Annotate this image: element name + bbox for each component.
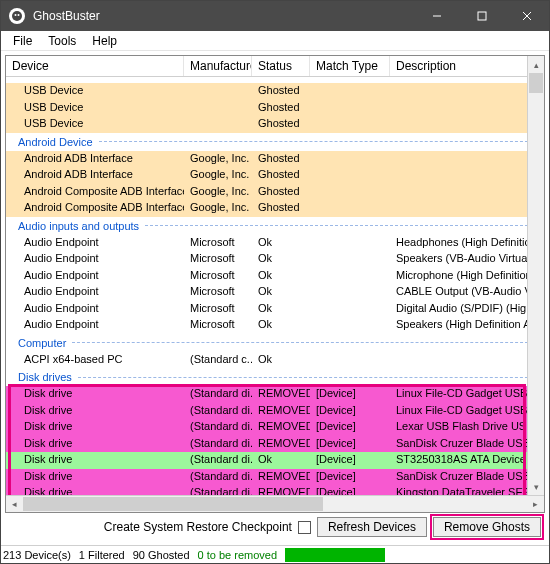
cell-desc — [390, 167, 544, 184]
cell-match — [310, 184, 390, 201]
restore-label: Create System Restore Checkpoint — [104, 520, 292, 534]
cell-status: Ok — [252, 284, 310, 301]
cell-device: ACPI x64-based PC — [6, 352, 184, 369]
cell-device: Audio Endpoint — [6, 251, 184, 268]
group-separator — [72, 342, 538, 343]
cell-match — [310, 251, 390, 268]
table-row[interactable]: ACPI x64-based PC(Standard c...Ok — [6, 352, 544, 369]
col-status[interactable]: Status — [252, 56, 310, 76]
maximize-button[interactable] — [459, 1, 504, 31]
group-label: Computer — [18, 337, 66, 349]
restore-checkbox[interactable] — [298, 521, 311, 534]
table-row[interactable]: Audio EndpointMicrosoftOkDigital Audio (… — [6, 301, 544, 318]
group-header[interactable]: Computer — [6, 334, 544, 352]
cell-match — [310, 167, 390, 184]
scroll-up-arrow[interactable]: ▴ — [528, 56, 544, 73]
hscroll-thumb[interactable] — [23, 497, 323, 511]
app-title: GhostBuster — [33, 9, 100, 23]
cell-mfr: (Standard c... — [184, 352, 252, 369]
refresh-button[interactable]: Refresh Devices — [317, 517, 427, 537]
group-header[interactable]: Android Device — [6, 133, 544, 151]
table-row[interactable]: Android ADB InterfaceGoogle, Inc.Ghosted — [6, 151, 544, 168]
cell-mfr: (Standard di... — [184, 436, 252, 453]
cell-status: Ghosted — [252, 167, 310, 184]
svg-point-1 — [15, 14, 17, 16]
table-row[interactable]: Audio EndpointMicrosoftOkHeadphones (Hig… — [6, 235, 544, 252]
minimize-button[interactable] — [414, 1, 459, 31]
column-headers: Device Manufacturer Status Match Type De… — [6, 56, 544, 77]
table-row[interactable]: Android Composite ADB InterfaceGoogle, I… — [6, 184, 544, 201]
table-row[interactable]: Disk drive(Standard di...REMOVED[Device]… — [6, 403, 544, 420]
cell-desc — [390, 184, 544, 201]
cell-status: Ok — [252, 301, 310, 318]
cell-match: [Device] — [310, 386, 390, 403]
content-area: Device Manufacturer Status Match Type De… — [1, 51, 549, 545]
menu-help[interactable]: Help — [84, 32, 125, 50]
cell-match — [310, 100, 390, 117]
cell-desc: Digital Audio (S/PDIF) (High Defi — [390, 301, 544, 318]
cell-desc — [390, 116, 544, 133]
table-row[interactable]: Disk drive(Standard di...REMOVED[Device]… — [6, 469, 544, 486]
menu-file[interactable]: File — [5, 32, 40, 50]
scroll-down-arrow[interactable]: ▾ — [528, 478, 544, 495]
cell-status: REMOVED — [252, 403, 310, 420]
table-row[interactable]: Disk drive(Standard di...REMOVED[Device]… — [6, 419, 544, 436]
cell-mfr — [184, 100, 252, 117]
group-separator — [78, 377, 538, 378]
scroll-right-arrow[interactable]: ▸ — [527, 496, 544, 512]
col-manufacturer[interactable]: Manufacturer — [184, 56, 252, 76]
table-row[interactable]: USB DeviceGhosted — [6, 116, 544, 133]
cell-match — [310, 301, 390, 318]
cell-status: Ok — [252, 251, 310, 268]
cell-device: Disk drive — [6, 386, 184, 403]
cell-mfr: Microsoft — [184, 301, 252, 318]
cell-mfr: Google, Inc. — [184, 167, 252, 184]
group-header[interactable]: Audio inputs and outputs — [6, 217, 544, 235]
table-row[interactable]: Disk drive(Standard di...REMOVED[Device]… — [6, 386, 544, 403]
group-separator — [99, 141, 538, 142]
group-label: Audio inputs and outputs — [18, 220, 139, 232]
cell-desc: SanDisk Cruzer Blade USB Devic — [390, 436, 544, 453]
table-row[interactable]: Disk drive(Standard di...REMOVED[Device]… — [6, 436, 544, 453]
table-row[interactable]: Android ADB InterfaceGoogle, Inc.Ghosted — [6, 167, 544, 184]
cell-device: Audio Endpoint — [6, 317, 184, 334]
cell-match — [310, 284, 390, 301]
vscroll-thumb[interactable] — [529, 73, 543, 93]
group-header[interactable]: Disk drives — [6, 368, 544, 386]
cell-device: Disk drive — [6, 452, 184, 469]
cell-status: REMOVED — [252, 419, 310, 436]
table-row[interactable]: Audio EndpointMicrosoftOkSpeakers (VB-Au… — [6, 251, 544, 268]
cell-desc — [390, 83, 544, 100]
remove-ghosts-button[interactable]: Remove Ghosts — [433, 517, 541, 537]
cell-desc — [390, 100, 544, 117]
table-row[interactable]: Audio EndpointMicrosoftOkSpeakers (High … — [6, 317, 544, 334]
vertical-scrollbar[interactable]: ▴ ▾ — [527, 56, 544, 495]
cell-mfr: Google, Inc. — [184, 200, 252, 217]
cell-desc: SanDisk Cruzer Blade USB Devic — [390, 469, 544, 486]
statusbar: 213 Device(s) 1 Filtered 90 Ghosted 0 to… — [1, 545, 549, 563]
cell-desc: Linux File-CD Gadget USB Devic — [390, 403, 544, 420]
table-row[interactable]: USB DeviceGhosted — [6, 100, 544, 117]
cell-device: Audio Endpoint — [6, 268, 184, 285]
cell-mfr: Google, Inc. — [184, 184, 252, 201]
menu-tools[interactable]: Tools — [40, 32, 84, 50]
close-button[interactable] — [504, 1, 549, 31]
cell-status: Ok — [252, 352, 310, 369]
table-row[interactable]: Audio EndpointMicrosoftOkCABLE Output (V… — [6, 284, 544, 301]
table-row[interactable]: USB DeviceGhosted — [6, 83, 544, 100]
horizontal-scrollbar[interactable]: ◂ ▸ — [6, 495, 544, 512]
col-device[interactable]: Device — [6, 56, 184, 76]
device-listview[interactable]: Device Manufacturer Status Match Type De… — [5, 55, 545, 513]
col-description[interactable]: Description — [390, 56, 544, 76]
status-removed: 0 to be removed — [198, 549, 278, 561]
cell-mfr — [184, 83, 252, 100]
group-separator — [145, 225, 538, 226]
cell-device: Audio Endpoint — [6, 235, 184, 252]
scroll-left-arrow[interactable]: ◂ — [6, 496, 23, 512]
cell-desc — [390, 151, 544, 168]
col-match[interactable]: Match Type — [310, 56, 390, 76]
table-row[interactable]: Android Composite ADB InterfaceGoogle, I… — [6, 200, 544, 217]
table-row[interactable]: Audio EndpointMicrosoftOkMicrophone (Hig… — [6, 268, 544, 285]
cell-device: Disk drive — [6, 469, 184, 486]
table-row[interactable]: Disk drive(Standard di...Ok[Device]ST325… — [6, 452, 544, 469]
